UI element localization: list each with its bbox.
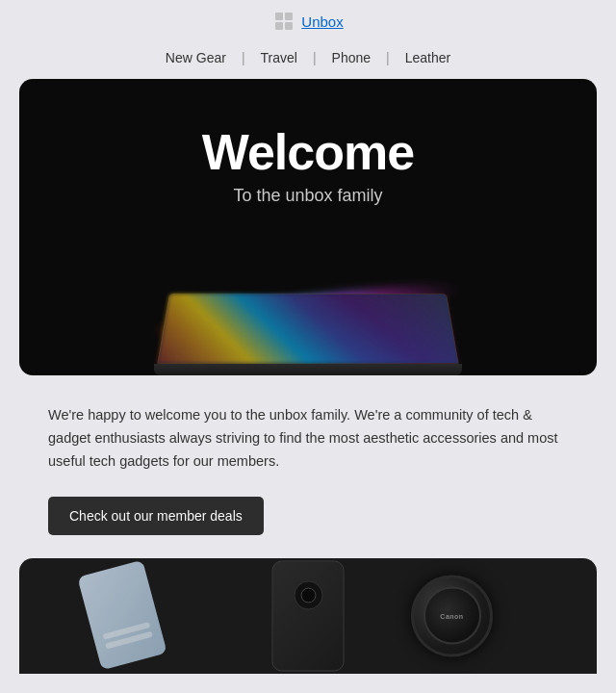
cta-button[interactable]: Check out our member deals [48, 497, 264, 535]
card-illustration [77, 560, 167, 671]
svg-rect-2 [275, 22, 283, 30]
nav-item-leather[interactable]: Leather [390, 50, 466, 65]
svg-rect-1 [285, 13, 293, 20]
laptop-illustration [144, 241, 472, 375]
logo-link[interactable]: Unbox [301, 13, 343, 30]
bottom-image-section: Canon [19, 558, 597, 674]
hero-section: Welcome To the unbox family [19, 79, 597, 375]
nav-item-new-gear[interactable]: New Gear [150, 50, 242, 65]
phone-illustration [272, 560, 345, 671]
main-nav: New Gear | Travel | Phone | Leather [0, 40, 616, 79]
logo-area: Unbox [0, 10, 616, 33]
phone-camera [294, 581, 322, 610]
lens-label: Canon [440, 612, 463, 619]
site-header: Unbox New Gear | Travel | Phone | Leathe… [0, 0, 616, 79]
svg-rect-3 [285, 22, 293, 30]
lens-illustration: Canon [411, 575, 493, 656]
hero-title: Welcome [202, 125, 414, 180]
laptop-screen-glow [157, 294, 458, 364]
logo-icon [272, 10, 295, 33]
nav-item-phone[interactable]: Phone [317, 50, 386, 65]
nav-item-travel[interactable]: Travel [245, 50, 313, 65]
lens-inner: Canon [424, 587, 481, 645]
svg-rect-0 [275, 13, 283, 20]
hero-image [144, 241, 472, 375]
laptop-base [154, 364, 462, 375]
body-text: We're happy to welcome you to the unbox … [48, 404, 568, 474]
content-section: We're happy to welcome you to the unbox … [0, 375, 616, 558]
hero-subtitle: To the unbox family [233, 186, 382, 206]
